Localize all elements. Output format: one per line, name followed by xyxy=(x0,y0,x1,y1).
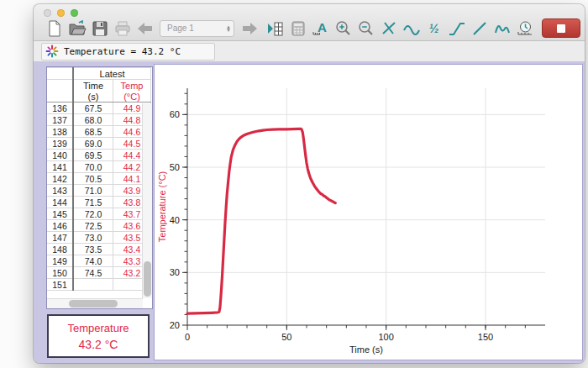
row-number-cell[interactable]: 145 xyxy=(47,208,73,220)
row-number-cell[interactable]: 141 xyxy=(47,161,73,173)
time-cell[interactable]: 67.5 xyxy=(73,103,113,114)
sensor-readout-chip[interactable]: Temperature = 43.2 °C xyxy=(41,43,215,60)
time-cell[interactable]: 73.5 xyxy=(73,244,113,255)
tangent-icon[interactable] xyxy=(401,18,422,39)
digital-meter[interactable]: Temperature 43.2 °C xyxy=(47,314,150,358)
table-row[interactable]: 14572.043.7 xyxy=(47,208,151,220)
temp-column-header[interactable]: Temp xyxy=(113,80,151,92)
fraction-icon[interactable]: ½ xyxy=(423,18,444,39)
forward-page-icon[interactable] xyxy=(239,18,260,39)
x-tick-label: 0 xyxy=(185,332,190,342)
curve-fit-icon[interactable] xyxy=(491,18,512,39)
minimize-button[interactable] xyxy=(57,9,65,17)
row-number-cell[interactable]: 146 xyxy=(47,220,73,232)
table-row[interactable]: 14471.543.8 xyxy=(47,197,151,208)
table-row[interactable]: 14170.044.2 xyxy=(47,161,151,173)
temp-column-unit: (°C) xyxy=(113,91,151,103)
vertical-scroll-thumb[interactable] xyxy=(144,261,151,297)
time-cell[interactable]: 68.0 xyxy=(73,114,113,126)
time-cell[interactable]: 69.0 xyxy=(73,138,113,150)
table-column-units-row: (s) (°C) xyxy=(47,91,151,103)
table-row[interactable]: 14773.043.5 xyxy=(47,232,151,244)
integral-icon[interactable] xyxy=(446,18,467,39)
main-toolbar: Page 1 ▲▼ A xyxy=(44,17,580,39)
table-horizontal-scrollbar[interactable] xyxy=(47,298,143,308)
text-annotation-icon[interactable]: A xyxy=(310,18,331,39)
time-cell[interactable]: 74.5 xyxy=(73,267,113,279)
sensor-bar: Temperature = 43.2 °C xyxy=(34,41,585,62)
zoom-button[interactable] xyxy=(71,9,78,17)
svg-text:A: A xyxy=(318,20,327,34)
x-tick-label: 50 xyxy=(281,332,291,342)
app-window: Page 1 ▲▼ A xyxy=(34,4,585,363)
sensor-readout-text: Temperature = 43.2 °C xyxy=(64,46,181,57)
time-cell[interactable]: 71.5 xyxy=(73,197,113,208)
time-cell[interactable]: 70.0 xyxy=(73,161,113,173)
row-number-cell[interactable]: 143 xyxy=(47,185,73,197)
back-page-icon[interactable] xyxy=(134,18,155,39)
table-row[interactable]: 14873.543.4 xyxy=(47,244,151,255)
time-cell[interactable]: 71.0 xyxy=(73,185,113,197)
data-collection-icon[interactable] xyxy=(514,18,535,39)
table-row[interactable]: 14371.043.9 xyxy=(47,185,151,197)
page-selector[interactable]: Page 1 ▲▼ xyxy=(160,20,234,37)
table-row[interactable]: 14069.544.4 xyxy=(47,150,151,161)
close-button[interactable] xyxy=(44,9,51,17)
examine-icon[interactable] xyxy=(378,18,399,39)
table-row[interactable]: 14672.543.6 xyxy=(47,220,151,232)
temperature-graph[interactable]: 0501001502030405060Time (s)Temperature (… xyxy=(155,65,582,360)
row-number-cell[interactable]: 142 xyxy=(47,173,73,185)
time-cell[interactable]: 72.5 xyxy=(73,220,113,232)
time-cell[interactable]: 73.0 xyxy=(73,232,113,244)
linear-fit-icon[interactable] xyxy=(469,18,490,39)
time-cell[interactable]: 70.5 xyxy=(73,173,113,185)
row-number-cell[interactable]: 140 xyxy=(47,150,73,161)
table-vertical-scrollbar[interactable] xyxy=(142,103,152,298)
table-row[interactable]: 13868.544.6 xyxy=(47,126,151,138)
row-number-cell[interactable]: 137 xyxy=(47,114,73,126)
zoom-out-icon[interactable] xyxy=(355,18,376,39)
row-number-cell[interactable]: 147 xyxy=(47,232,73,244)
group-header-cell: Latest xyxy=(73,68,151,80)
table-row[interactable]: 13768.044.8 xyxy=(47,114,151,126)
insert-table-icon[interactable] xyxy=(265,18,286,39)
temperature-curve xyxy=(187,129,335,313)
row-number-cell[interactable]: 151 xyxy=(47,279,73,291)
row-number-cell[interactable]: 149 xyxy=(47,255,73,267)
x-tick-label: 100 xyxy=(378,332,393,342)
row-number-cell[interactable]: 138 xyxy=(47,126,73,138)
data-table-panel[interactable]: Latest Time Temp (s) (°C) 13667.544.9137… xyxy=(46,66,153,309)
row-number-cell[interactable]: 144 xyxy=(47,197,73,208)
y-tick-label: 30 xyxy=(170,267,180,277)
time-cell[interactable]: 68.5 xyxy=(73,126,113,138)
time-cell[interactable]: 69.5 xyxy=(73,150,113,161)
time-cell[interactable]: 72.0 xyxy=(73,208,113,220)
zoom-in-icon[interactable] xyxy=(333,18,354,39)
save-icon[interactable] xyxy=(89,18,110,39)
time-cell[interactable]: 74.0 xyxy=(73,255,113,267)
stepper-icon: ▲▼ xyxy=(226,25,231,32)
print-icon[interactable] xyxy=(112,18,133,39)
table-row[interactable]: 13969.044.5 xyxy=(47,138,151,150)
meter-value: 43.2 °C xyxy=(79,338,118,351)
horizontal-scroll-thumb[interactable] xyxy=(69,300,118,308)
y-tick-label: 50 xyxy=(170,162,180,172)
time-column-header[interactable]: Time xyxy=(73,80,113,92)
row-number-cell[interactable]: 136 xyxy=(47,103,73,114)
titlebar: Page 1 ▲▼ A xyxy=(34,4,585,41)
table-row[interactable]: 151 xyxy=(47,279,151,291)
time-cell[interactable] xyxy=(73,279,113,291)
open-file-icon[interactable] xyxy=(66,18,87,39)
y-axis-label: Temperature (°C) xyxy=(157,171,167,242)
calculator-icon[interactable] xyxy=(287,18,308,39)
new-file-icon[interactable] xyxy=(44,18,65,39)
table-row[interactable]: 13667.544.9 xyxy=(47,103,151,114)
table-row[interactable]: 14974.043.3 xyxy=(47,255,151,267)
row-number-cell[interactable]: 150 xyxy=(47,267,73,279)
stop-button[interactable] xyxy=(542,18,580,38)
row-number-cell[interactable]: 148 xyxy=(47,244,73,255)
table-row[interactable]: 15074.543.2 xyxy=(47,267,151,279)
table-row[interactable]: 14270.544.1 xyxy=(47,173,151,185)
row-number-cell[interactable]: 139 xyxy=(47,138,73,150)
graph-panel[interactable]: 0501001502030405060Time (s)Temperature (… xyxy=(154,64,583,360)
